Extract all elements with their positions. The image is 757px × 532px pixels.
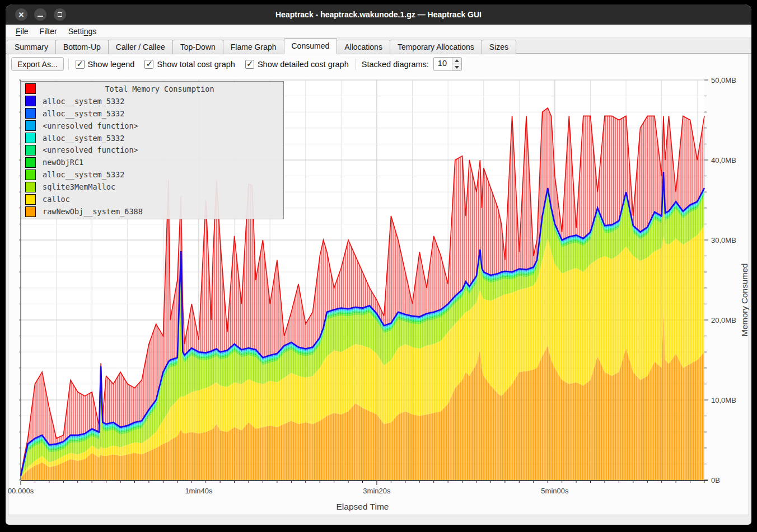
menu-filter[interactable]: Filter — [34, 26, 63, 37]
stacked-diagrams-spinner[interactable]: 10 — [433, 57, 462, 71]
legend-row: calloc — [21, 193, 283, 205]
chevron-up-icon — [455, 59, 459, 62]
tab-bottom-up[interactable]: Bottom-Up — [55, 40, 109, 54]
toolbar-separator — [68, 59, 69, 70]
legend-label: <unresolved function> — [36, 121, 138, 130]
tab-sizes[interactable]: Sizes — [482, 40, 516, 54]
checkbox-show-legend[interactable]: ✓Show legend — [73, 60, 137, 69]
legend-row: <unresolved function> — [21, 144, 283, 157]
y-axis-title: Memory Consumed — [740, 249, 750, 350]
legend-row: alloc__system_5332 — [21, 95, 283, 107]
y-tick-label: 0B — [711, 476, 720, 484]
legend-swatch-icon — [25, 133, 36, 143]
spinner-down-button[interactable] — [452, 64, 461, 70]
legend-row: newObjRC1 — [21, 156, 283, 168]
checkbox-label: Show detailed cost graph — [258, 60, 349, 69]
tab-flame-graph[interactable]: Flame Graph — [223, 40, 284, 54]
x-tick-label: 3min20s — [363, 487, 391, 495]
legend-swatch-icon — [25, 120, 36, 131]
chevron-down-icon — [455, 66, 459, 69]
legend-label: newObjRC1 — [36, 158, 83, 167]
tab-temporary-allocations[interactable]: Temporary Allocations — [390, 40, 482, 54]
legend-label: alloc__system_5332 — [36, 109, 124, 118]
legend-swatch-icon — [25, 157, 36, 168]
tab-top-down[interactable]: Top-Down — [172, 40, 223, 54]
tab-consumed[interactable]: Consumed — [284, 38, 338, 54]
title-bar[interactable]: ✕ Heaptrack - heaptrack.wakunode.1.gz — … — [6, 4, 751, 25]
tab-caller-callee[interactable]: Caller / Callee — [108, 40, 173, 54]
legend-row: rawNewObj__system_6388 — [21, 205, 283, 218]
legend-row: <unresolved function> — [21, 120, 283, 132]
menu-bar: FileFilterSettings — [6, 25, 751, 38]
legend-swatch-icon — [25, 170, 36, 180]
checkbox-icon[interactable]: ✓ — [144, 60, 153, 69]
legend-swatch-icon — [25, 194, 36, 205]
checkbox-label: Show total cost graph — [157, 60, 235, 69]
tab-summary[interactable]: Summary — [7, 40, 56, 54]
legend-swatch-icon — [25, 182, 36, 192]
memory-consumption-chart[interactable]: 00.000s1min40s3min20s5min00s0B10,0MB20,0… — [8, 74, 749, 514]
checkbox-icon[interactable]: ✓ — [245, 60, 254, 69]
y-tick-label: 10,0MB — [711, 396, 736, 404]
legend-swatch-icon — [25, 108, 36, 119]
legend-label: <unresolved function> — [36, 145, 138, 154]
toolbar: Export As... ✓Show legend✓Show total cos… — [8, 54, 749, 74]
checkbox-label: Show legend — [88, 60, 135, 69]
legend-row: alloc__system_5332 — [21, 107, 283, 120]
stacked-diagrams-label: Stacked diagrams: — [362, 60, 429, 69]
menu-settings[interactable]: Settings — [63, 26, 102, 37]
spinner-up-button[interactable] — [452, 58, 461, 64]
toolbar-separator — [356, 59, 356, 70]
legend-label: sqlite3MemMalloc — [36, 182, 115, 191]
menu-file[interactable]: File — [10, 26, 34, 37]
y-tick-label: 50,0MB — [711, 76, 736, 84]
y-tick-label: 20,0MB — [711, 316, 736, 324]
legend-row: alloc__system_5332 — [21, 132, 283, 144]
window-title: Heaptrack - heaptrack.wakunode.1.gz — He… — [6, 4, 751, 25]
legend-label: Total Memory Consumption — [36, 84, 283, 93]
y-tick-label: 30,0MB — [711, 236, 736, 244]
export-as-button[interactable]: Export As... — [11, 57, 64, 71]
consumed-tab-page: Export As... ✓Show legend✓Show total cos… — [8, 54, 749, 515]
checkbox-icon[interactable]: ✓ — [76, 60, 85, 69]
tab-allocations[interactable]: Allocations — [337, 40, 390, 54]
legend-label: alloc__system_5332 — [36, 134, 124, 143]
chart-legend: Total Memory Consumptionalloc__system_53… — [21, 81, 284, 219]
checkbox-show-total-cost-graph[interactable]: ✓Show total cost graph — [142, 60, 237, 69]
checkbox-show-detailed-cost-graph[interactable]: ✓Show detailed cost graph — [243, 60, 351, 69]
legend-row: Total Memory Consumption — [21, 83, 283, 95]
heaptrack-window: ✕ Heaptrack - heaptrack.wakunode.1.gz — … — [6, 4, 751, 525]
screen: { "window": { "title": "Heaptrack - heap… — [0, 0, 757, 532]
legend-row: sqlite3MemMalloc — [21, 181, 283, 193]
legend-swatch-icon — [25, 83, 36, 94]
x-axis-title: Elapsed Time — [337, 502, 389, 511]
x-tick-label: 1min40s — [185, 487, 213, 495]
legend-label: calloc — [36, 195, 70, 204]
legend-swatch-icon — [25, 145, 36, 156]
legend-label: rawNewObj__system_6388 — [36, 207, 143, 216]
legend-swatch-icon — [25, 96, 36, 106]
x-tick-label: 00.000s — [8, 487, 34, 495]
legend-label: alloc__system_5332 — [36, 97, 124, 106]
legend-row: alloc__system_5332 — [21, 168, 283, 181]
tab-bar: SummaryBottom-UpCaller / CalleeTop-DownF… — [6, 38, 751, 54]
y-tick-label: 40,0MB — [711, 156, 736, 164]
legend-swatch-icon — [25, 206, 36, 217]
x-tick-label: 5min00s — [541, 487, 569, 495]
spinner-value[interactable]: 10 — [434, 58, 452, 70]
legend-label: alloc__system_5332 — [36, 170, 124, 179]
